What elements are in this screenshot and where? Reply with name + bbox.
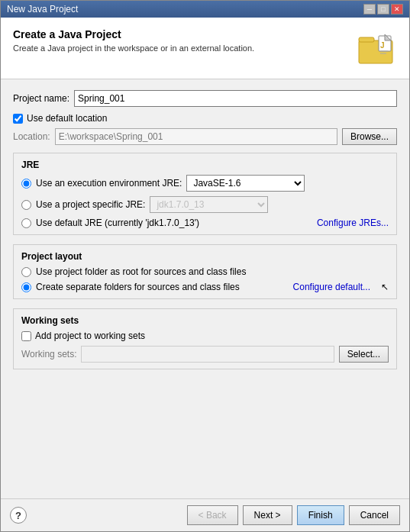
help-icon: ? bbox=[15, 510, 21, 521]
jre-option1-radio[interactable] bbox=[21, 179, 31, 189]
jre-option2-row: Use a project specific JRE: jdk1.7.0_13 bbox=[21, 196, 389, 213]
jre-option3-label[interactable]: Use default JRE (currently 'jdk1.7.0_13'… bbox=[36, 218, 199, 228]
minimize-button[interactable]: ─ bbox=[363, 4, 376, 15]
working-sets-select-button[interactable]: Select... bbox=[339, 346, 389, 363]
working-sets-label: Working sets: bbox=[21, 349, 76, 360]
cursor-indicator: ↖ bbox=[381, 282, 389, 292]
maximize-button[interactable]: □ bbox=[377, 4, 389, 15]
jre-option3-radio[interactable] bbox=[21, 218, 31, 228]
add-working-sets-label[interactable]: Add project to working sets bbox=[35, 330, 145, 341]
location-row: Location: Browse... bbox=[13, 128, 397, 145]
project-name-label: Project name: bbox=[13, 93, 69, 104]
svg-text:J: J bbox=[380, 41, 385, 50]
bottom-buttons: < Back Next > Finish Cancel bbox=[187, 505, 400, 525]
configure-default-link[interactable]: Configure default... bbox=[293, 282, 370, 292]
configure-jres-link[interactable]: Configure JREs... bbox=[317, 218, 389, 228]
jre-option2-label[interactable]: Use a project specific JRE: bbox=[36, 199, 145, 210]
jre-option1-row: Use an execution environment JRE: JavaSE… bbox=[21, 175, 389, 192]
working-sets-section: Working sets Add project to working sets… bbox=[13, 308, 397, 369]
cancel-button[interactable]: Cancel bbox=[349, 505, 400, 525]
working-sets-input[interactable] bbox=[81, 346, 334, 363]
location-label: Location: bbox=[13, 131, 50, 142]
window-title: New Java Project bbox=[7, 4, 78, 15]
project-layout-title: Project layout bbox=[21, 251, 389, 262]
java-project-icon: J bbox=[357, 28, 397, 68]
jre-option2-radio[interactable] bbox=[21, 200, 31, 210]
finish-button[interactable]: Finish bbox=[297, 505, 344, 525]
window-controls: ─ □ ✕ bbox=[363, 4, 403, 15]
layout-option1-radio[interactable] bbox=[21, 267, 31, 277]
working-sets-input-row: Working sets: Select... bbox=[21, 346, 389, 363]
main-window: New Java Project ─ □ ✕ Create a Java Pro… bbox=[0, 0, 410, 532]
layout-option2-label[interactable]: Create separate folders for sources and … bbox=[36, 282, 240, 292]
header-title: Create a Java Project bbox=[13, 28, 350, 40]
form-area: Project name: Use default location Locat… bbox=[1, 79, 409, 498]
location-input[interactable] bbox=[55, 128, 337, 145]
use-default-location-checkbox[interactable] bbox=[13, 114, 23, 124]
help-button[interactable]: ? bbox=[10, 507, 27, 524]
jre-environment-select[interactable]: JavaSE-1.6 JavaSE-1.7 JavaSE-1.8 bbox=[186, 175, 305, 192]
jre-section: JRE Use an execution environment JRE: Ja… bbox=[13, 153, 397, 235]
close-button[interactable]: ✕ bbox=[391, 4, 403, 15]
browse-button[interactable]: Browse... bbox=[342, 128, 397, 145]
add-working-sets-row: Add project to working sets bbox=[21, 330, 389, 341]
header-subtitle: Create a Java project in the workspace o… bbox=[13, 44, 350, 53]
working-sets-title: Working sets bbox=[21, 315, 389, 326]
layout-option1-row: Use project folder as root for sources a… bbox=[21, 266, 389, 277]
default-location-row: Use default location bbox=[13, 113, 397, 124]
project-layout-section: Project layout Use project folder as roo… bbox=[13, 244, 397, 299]
layout-option2-radio[interactable] bbox=[21, 282, 31, 292]
jre-option3-row: Use default JRE (currently 'jdk1.7.0_13'… bbox=[21, 218, 389, 228]
project-name-row: Project name: bbox=[13, 90, 397, 107]
project-name-input[interactable] bbox=[74, 90, 397, 107]
svg-rect-1 bbox=[359, 37, 374, 42]
title-bar: New Java Project ─ □ ✕ bbox=[1, 1, 409, 18]
jre-specific-select[interactable]: jdk1.7.0_13 bbox=[150, 196, 268, 213]
layout-option1-label[interactable]: Use project folder as root for sources a… bbox=[36, 266, 246, 277]
add-working-sets-checkbox[interactable] bbox=[21, 331, 31, 341]
header-text: Create a Java Project Create a Java proj… bbox=[13, 28, 350, 53]
header-section: Create a Java Project Create a Java proj… bbox=[1, 18, 409, 79]
jre-section-title: JRE bbox=[21, 160, 389, 170]
back-button[interactable]: < Back bbox=[187, 505, 238, 525]
next-button[interactable]: Next > bbox=[243, 505, 292, 525]
layout-option2-row: Create separate folders for sources and … bbox=[21, 282, 389, 292]
jre-option1-label[interactable]: Use an execution environment JRE: bbox=[36, 178, 182, 189]
use-default-location-label[interactable]: Use default location bbox=[27, 113, 107, 124]
bottom-bar: ? < Back Next > Finish Cancel bbox=[1, 498, 409, 531]
